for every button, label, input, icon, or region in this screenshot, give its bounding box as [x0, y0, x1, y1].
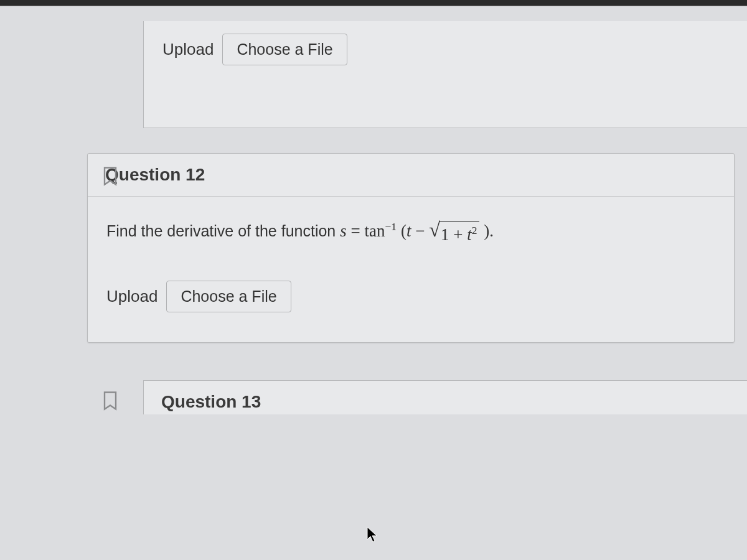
upload-row: Upload Choose a File — [144, 21, 747, 128]
math-formula: s = tan−1 (t − √ 1 + t2 ). — [340, 222, 494, 240]
question-prompt: Find the derivative of the function s = … — [88, 197, 734, 266]
formula-eq: = — [351, 222, 365, 240]
question-12-card: Question 12 Find the derivative of the f… — [87, 153, 735, 343]
question-header: Question 12 — [88, 154, 734, 197]
app-topbar — [0, 0, 747, 6]
formula-sqrt: √ 1 + t2 — [429, 220, 479, 248]
choose-file-button[interactable]: Choose a File — [166, 281, 291, 312]
choose-file-button[interactable]: Choose a File — [222, 34, 347, 65]
bookmark-icon[interactable] — [96, 162, 125, 190]
formula-var-s: s — [340, 222, 347, 240]
formula-radicand: 1 + t2 — [439, 221, 480, 248]
prompt-text: Find the derivative of the function — [106, 222, 340, 240]
bookmark-icon[interactable] — [96, 386, 125, 415]
formula-close-paren: ). — [484, 222, 494, 240]
formula-plus: + — [449, 225, 467, 244]
formula-open-paren: ( — [401, 222, 406, 240]
formula-minus: − — [411, 222, 429, 240]
formula-t2: t — [467, 225, 472, 244]
formula-sq: 2 — [472, 224, 477, 236]
quiz-page: Upload Choose a File Question 12 Find th… — [0, 21, 747, 414]
formula-one: 1 — [441, 225, 449, 244]
upload-row: Upload Choose a File — [88, 266, 734, 342]
upload-label: Upload — [106, 287, 157, 306]
formula-sup: −1 — [385, 220, 397, 233]
formula-fn: tan — [364, 222, 385, 240]
question-13-card-head: Question 13 — [143, 380, 747, 414]
previous-question-card-tail: Upload Choose a File — [143, 21, 747, 128]
upload-label: Upload — [162, 40, 214, 59]
cursor-icon — [366, 526, 380, 544]
question-header: Question 13 — [144, 381, 747, 414]
